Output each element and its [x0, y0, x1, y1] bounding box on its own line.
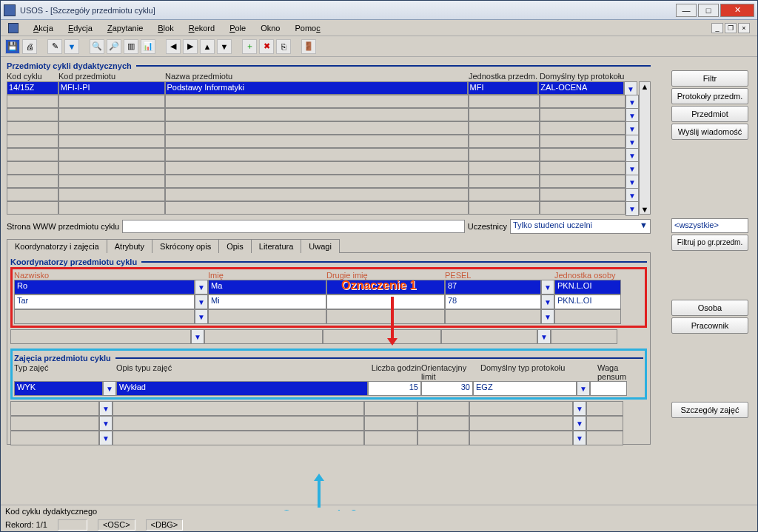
toolbar-down2-icon[interactable]: ▼ — [217, 39, 232, 54]
toolbar-add-icon[interactable]: ＋ — [242, 39, 257, 54]
drop-icon[interactable]: ▼ — [625, 175, 639, 189]
kcell-drugie[interactable] — [326, 294, 445, 309]
kcell-imie[interactable]: Mi — [208, 294, 326, 309]
drop-icon[interactable]: ▼ — [541, 309, 554, 324]
cell-kodcyklu[interactable]: 14/15Z — [7, 81, 58, 95]
menu-pole[interactable]: Pole — [229, 24, 246, 33]
kcell-pesel[interactable]: 87 — [445, 280, 541, 294]
uczestnicy-select[interactable]: Tylko studenci uczelni ▼ — [510, 219, 651, 234]
drop-icon[interactable]: ▼ — [625, 201, 639, 216]
protokoly-button[interactable]: Protokoły przedm. — [671, 88, 748, 104]
pracownik-button[interactable]: Pracownik — [671, 317, 748, 334]
khdr-jedn: Jednostka osoby — [554, 271, 628, 280]
menu-okno[interactable]: Okno — [261, 24, 280, 33]
drop-icon[interactable]: ▼ — [99, 401, 113, 416]
maximize-button[interactable]: □ — [698, 4, 719, 17]
drop-icon[interactable]: ▼ — [625, 188, 639, 203]
drop-icon[interactable]: ▼ — [541, 294, 554, 309]
zcell-godz[interactable]: 15 — [368, 381, 421, 396]
menu-pomoc[interactable]: Pomoc — [295, 24, 320, 33]
tab-skrocony[interactable]: Skrócony opis — [152, 239, 219, 253]
toolbar-chart-icon[interactable]: 📊 — [141, 39, 155, 54]
przedmioty-grid[interactable]: 14/15Z MFI-I-PI Podstawy Informatyki MFI… — [7, 81, 651, 215]
drop-icon[interactable]: ▼ — [195, 309, 208, 324]
wyslij-button[interactable]: Wyślij wiadomość — [671, 124, 748, 140]
toolbar-search-icon[interactable]: 🔍 — [90, 39, 104, 54]
menu-edycja[interactable]: Edycja — [68, 24, 93, 33]
drop-icon[interactable]: ▼ — [573, 416, 586, 431]
strona-input[interactable] — [122, 220, 465, 233]
close-button[interactable]: ✕ — [720, 4, 754, 17]
osoba-button[interactable]: Osoba — [671, 300, 748, 316]
toolbar-up-icon[interactable]: ▲ — [200, 39, 215, 54]
zcell-opis[interactable]: Wykład — [116, 381, 368, 396]
minimize-button[interactable]: — — [676, 4, 697, 17]
toolbar-dup-icon[interactable]: ⎘ — [276, 39, 291, 54]
toolbar-delete-icon[interactable]: ✖ — [259, 39, 274, 54]
drop-icon[interactable]: ▼ — [195, 280, 208, 294]
drop-icon[interactable]: ▼ — [195, 294, 208, 309]
strona-label: Strona WWW przedmiotu cyklu — [7, 222, 119, 231]
zcell-typ[interactable]: WYK — [14, 381, 103, 396]
tab-literatura[interactable]: Literatura — [251, 239, 301, 253]
mdi-close[interactable]: × — [738, 23, 750, 33]
kcell-jedn[interactable]: PKN.L.OI — [554, 294, 621, 309]
menu-zapytanie[interactable]: Zapytanie — [107, 24, 143, 33]
toolbar-prev-icon[interactable]: ◀ — [166, 39, 181, 54]
filtruj-button[interactable]: Filtruj po gr.przedm. — [671, 235, 748, 251]
annotation-2: Oznaczenie 2 — [282, 508, 357, 511]
toolbar-next-icon[interactable]: ▶ — [183, 39, 198, 54]
zcell-waga[interactable] — [590, 381, 627, 396]
drop-icon[interactable]: ▼ — [573, 401, 586, 416]
szczegoly-button[interactable]: Szczegóły zajęć — [671, 402, 748, 418]
drop-icon[interactable]: ▼ — [625, 135, 639, 149]
cell-drop-icon[interactable]: ▼ — [624, 81, 637, 96]
toolbar-exit-icon[interactable]: 🚪 — [301, 39, 316, 54]
tab-uwagi[interactable]: Uwagi — [301, 239, 340, 253]
drop-icon[interactable]: ▼ — [537, 329, 551, 344]
drop-icon[interactable]: ▼ — [573, 431, 586, 445]
tab-koordynatorzy[interactable]: Koordynatorzy i zajęcia — [7, 239, 107, 253]
toolbar-bars-icon[interactable]: ▥ — [124, 39, 138, 54]
przedmiot-button[interactable]: Przedmiot — [671, 106, 748, 122]
menu-rekord[interactable]: Rekord — [189, 24, 215, 33]
menu-blok[interactable]: Blok — [158, 24, 173, 33]
filtr-button[interactable]: Filtr — [671, 70, 748, 87]
kcell-nazwisko[interactable]: Ro — [14, 280, 195, 294]
drop-icon[interactable]: ▼ — [625, 95, 639, 110]
zcell-prot[interactable]: EGZ — [473, 381, 577, 396]
hdr-kodprzedm: Kod przedmiotu — [58, 72, 165, 81]
drop-icon[interactable]: ▼ — [191, 329, 204, 344]
drop-icon[interactable]: ▼ — [99, 416, 113, 431]
toolbar-find-icon[interactable]: 🔎 — [107, 39, 121, 54]
status-hint: Kod cyklu dydaktycznego — [5, 507, 753, 519]
cell-jednostka[interactable]: MFI — [468, 81, 539, 95]
mdi-icon — [8, 23, 19, 33]
wszystkie-combo[interactable]: <wszystkie> — [671, 218, 748, 233]
mdi-restore[interactable]: ❐ — [725, 23, 737, 33]
cell-nazwa[interactable]: Podstawy Informatyki — [165, 81, 468, 95]
mdi-minimize[interactable]: _ — [711, 23, 723, 33]
kcell-jedn[interactable]: PKN.L.OI — [554, 280, 621, 294]
drop-icon[interactable]: ▼ — [103, 381, 116, 396]
tab-opis[interactable]: Opis — [218, 239, 252, 253]
tab-atrybuty[interactable]: Atrybuty — [107, 239, 152, 253]
cell-domyslny[interactable]: ZAL-OCENA — [538, 81, 624, 95]
menu-akcja[interactable]: AAkcjakcja — [33, 24, 53, 33]
drop-icon[interactable]: ▼ — [577, 381, 590, 396]
kcell-pesel[interactable]: 78 — [445, 294, 541, 309]
toolbar-print-icon[interactable]: 🖨 — [22, 39, 37, 54]
cell-kodprzedm[interactable]: MFI-I-PI — [58, 81, 165, 95]
drop-icon[interactable]: ▼ — [541, 280, 554, 294]
drop-icon[interactable]: ▼ — [99, 431, 113, 445]
toolbar-save-icon[interactable]: 💾 — [5, 39, 20, 54]
drop-icon[interactable]: ▼ — [625, 121, 639, 136]
kcell-nazwisko[interactable]: Tar — [14, 294, 195, 309]
drop-icon[interactable]: ▼ — [625, 148, 639, 163]
drop-icon[interactable]: ▼ — [625, 108, 639, 123]
kcell-imie[interactable]: Ma — [208, 280, 326, 294]
zcell-limit[interactable]: 30 — [421, 381, 473, 396]
drop-icon[interactable]: ▼ — [625, 161, 639, 176]
toolbar-edit-icon[interactable]: ✎ — [47, 39, 62, 54]
toolbar-down-icon[interactable]: ▼ — [64, 39, 79, 54]
